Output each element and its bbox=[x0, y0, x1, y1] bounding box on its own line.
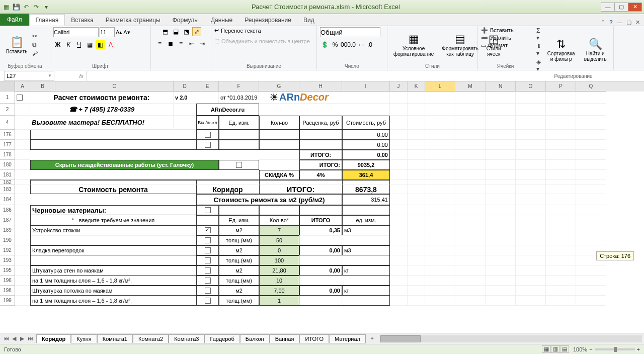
cell[interactable] bbox=[455, 255, 486, 265]
tab-page-layout[interactable]: Разметка страницы bbox=[100, 14, 167, 26]
cell[interactable] bbox=[342, 255, 390, 265]
redo-icon[interactable]: ↷ bbox=[32, 3, 40, 11]
cell[interactable] bbox=[486, 185, 516, 194]
cell[interactable]: Вызовите мастера! БЕСПЛАТНО! bbox=[30, 116, 174, 130]
cell[interactable] bbox=[486, 255, 516, 265]
cell[interactable] bbox=[455, 245, 486, 255]
row-header[interactable]: 178 bbox=[0, 150, 15, 160]
cell[interactable]: 21,80 bbox=[259, 265, 299, 276]
sheet-tab[interactable]: ИТОГО bbox=[299, 334, 329, 343]
cell[interactable] bbox=[486, 180, 516, 185]
cell[interactable] bbox=[390, 205, 408, 215]
autosum-icon[interactable]: Σ ▾ bbox=[536, 27, 542, 41]
cell[interactable] bbox=[486, 170, 516, 180]
cell[interactable] bbox=[425, 205, 455, 215]
zoom-level[interactable]: 100% bbox=[573, 346, 587, 352]
number-format-select[interactable] bbox=[320, 27, 380, 37]
horizontal-scrollbar[interactable] bbox=[380, 335, 642, 342]
cell[interactable]: ARnDecor.ru bbox=[196, 104, 259, 116]
cell[interactable] bbox=[516, 92, 546, 104]
cell[interactable] bbox=[342, 296, 390, 306]
cell[interactable]: 0,00 bbox=[342, 150, 390, 160]
cell[interactable] bbox=[576, 225, 606, 235]
row-header[interactable]: 183 bbox=[0, 185, 15, 194]
tab-prev-icon[interactable]: ◀ bbox=[10, 335, 18, 342]
cell[interactable] bbox=[408, 296, 425, 306]
cell[interactable] bbox=[455, 265, 486, 276]
cell[interactable] bbox=[425, 276, 455, 286]
cell[interactable]: 8673,8 bbox=[342, 185, 390, 194]
cell[interactable] bbox=[15, 296, 30, 306]
cell[interactable] bbox=[299, 276, 342, 286]
col-header-D[interactable]: D bbox=[174, 81, 196, 92]
cell[interactable]: толщ.(мм) bbox=[219, 255, 259, 265]
cell[interactable]: м2 bbox=[219, 225, 259, 235]
cell[interactable] bbox=[516, 225, 546, 235]
format-painter-icon[interactable]: 🖌 bbox=[32, 50, 38, 57]
name-box-dropdown-icon[interactable]: ▼ bbox=[48, 73, 52, 78]
tab-next-icon[interactable]: ▶ bbox=[18, 335, 26, 342]
cell[interactable] bbox=[576, 104, 606, 116]
qat-dropdown-icon[interactable]: ▾ bbox=[42, 3, 50, 11]
cell[interactable]: кг bbox=[342, 265, 390, 276]
cell[interactable]: 4% bbox=[299, 170, 342, 180]
cell[interactable] bbox=[546, 194, 576, 205]
cell[interactable] bbox=[425, 245, 455, 255]
cell[interactable] bbox=[546, 235, 576, 245]
row-header[interactable]: 184 bbox=[0, 194, 15, 205]
cell[interactable] bbox=[174, 104, 196, 116]
row-header[interactable]: 198 bbox=[0, 286, 15, 296]
cell[interactable]: Стоимость, руб bbox=[342, 116, 390, 130]
cell[interactable] bbox=[455, 180, 486, 185]
cell[interactable] bbox=[455, 296, 486, 306]
cell[interactable] bbox=[196, 286, 219, 296]
col-header-B[interactable]: B bbox=[30, 81, 55, 92]
col-header-E[interactable]: E bbox=[196, 81, 219, 92]
cell[interactable] bbox=[455, 205, 486, 215]
cell[interactable] bbox=[455, 140, 486, 150]
cell[interactable] bbox=[425, 194, 455, 205]
cell[interactable] bbox=[15, 170, 30, 180]
cell[interactable] bbox=[576, 130, 606, 140]
page-layout-view-icon[interactable]: ▥ bbox=[551, 345, 560, 353]
cell[interactable] bbox=[196, 92, 219, 104]
cell[interactable]: м2 bbox=[219, 265, 259, 276]
cell[interactable] bbox=[15, 286, 30, 296]
cell[interactable] bbox=[576, 276, 606, 286]
cell[interactable] bbox=[30, 194, 196, 205]
cell[interactable] bbox=[196, 130, 219, 140]
cell[interactable]: 9035,2 bbox=[342, 160, 390, 170]
col-header-C[interactable]: C bbox=[55, 81, 174, 92]
cell[interactable] bbox=[196, 215, 219, 225]
doc-close-icon[interactable]: ✕ bbox=[635, 19, 640, 26]
cell[interactable] bbox=[516, 150, 546, 160]
cell[interactable] bbox=[425, 180, 455, 185]
cell[interactable] bbox=[299, 235, 342, 245]
cell[interactable] bbox=[455, 92, 486, 104]
cell[interactable]: 0 bbox=[259, 245, 299, 255]
fx-icon[interactable]: fx bbox=[56, 73, 87, 79]
row-header[interactable]: 2 bbox=[0, 104, 15, 116]
cell[interactable] bbox=[425, 296, 455, 306]
cut-icon[interactable]: ✂ bbox=[32, 33, 38, 40]
cell[interactable] bbox=[15, 150, 30, 160]
border-button[interactable]: ▦ bbox=[85, 40, 94, 49]
cell[interactable] bbox=[408, 180, 425, 185]
fill-color-button[interactable]: ◧ bbox=[96, 40, 105, 49]
cell[interactable] bbox=[516, 205, 546, 215]
cell[interactable] bbox=[390, 276, 408, 286]
indent-inc-icon[interactable]: ⇥ bbox=[198, 39, 207, 48]
cell[interactable] bbox=[15, 225, 30, 235]
cell[interactable]: кг bbox=[342, 286, 390, 296]
save-icon[interactable]: 💾 bbox=[12, 3, 20, 11]
cell[interactable] bbox=[15, 265, 30, 276]
cell[interactable]: Коридор bbox=[196, 185, 259, 194]
insert-cells-button[interactable]: Вставить bbox=[490, 27, 514, 34]
format-cells-icon[interactable]: ▭ bbox=[481, 42, 486, 49]
checkbox[interactable] bbox=[205, 227, 211, 233]
cell[interactable] bbox=[30, 150, 299, 160]
cell[interactable]: * - введите требуемые значения bbox=[30, 215, 196, 225]
col-header-A[interactable]: A bbox=[15, 81, 30, 92]
cell[interactable]: Кол-во* bbox=[259, 215, 299, 225]
cell[interactable] bbox=[455, 170, 486, 180]
